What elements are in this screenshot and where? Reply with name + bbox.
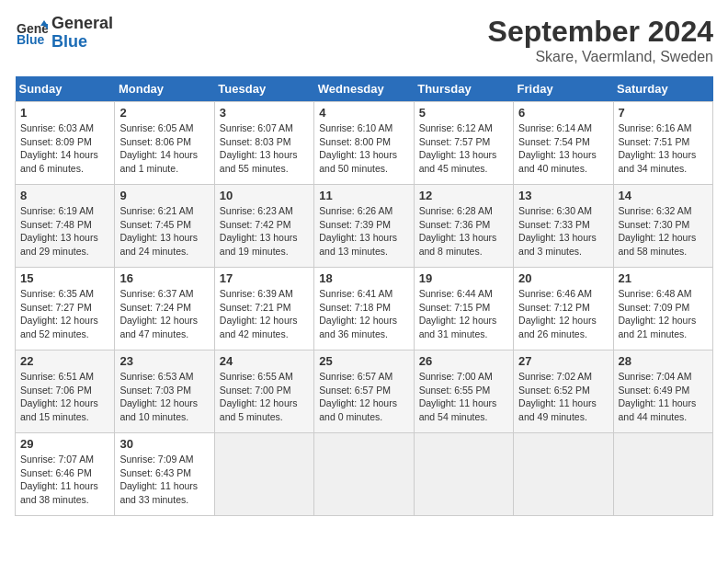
calendar-day-cell (514, 433, 613, 516)
day-info: Sunrise: 6:53 AMSunset: 7:03 PMDaylight:… (119, 370, 209, 424)
day-info: Sunrise: 6:03 AMSunset: 8:09 PMDaylight:… (20, 121, 109, 176)
day-info: Sunrise: 7:09 AMSunset: 6:43 PMDaylight:… (119, 453, 209, 507)
day-info: Sunrise: 6:14 AMSunset: 7:54 PMDaylight:… (518, 121, 608, 176)
calendar-body: 1Sunrise: 6:03 AMSunset: 8:09 PMDaylight… (16, 102, 713, 516)
day-of-week-header: Sunday (16, 76, 115, 102)
day-info: Sunrise: 7:07 AMSunset: 6:46 PMDaylight:… (20, 453, 109, 507)
calendar-day-cell: 11Sunrise: 6:26 AMSunset: 7:39 PMDayligh… (314, 185, 414, 268)
calendar-day-cell: 23Sunrise: 6:53 AMSunset: 7:03 PMDayligh… (115, 350, 214, 433)
calendar-day-cell: 27Sunrise: 7:02 AMSunset: 6:52 PMDayligh… (514, 350, 613, 433)
calendar-day-cell: 28Sunrise: 7:04 AMSunset: 6:49 PMDayligh… (613, 350, 712, 433)
day-of-week-header: Wednesday (314, 76, 414, 102)
calendar-day-cell: 2Sunrise: 6:05 AMSunset: 8:06 PMDaylight… (115, 102, 214, 185)
calendar-day-cell (613, 433, 712, 516)
day-info: Sunrise: 6:26 AMSunset: 7:39 PMDaylight:… (319, 204, 408, 259)
header: General Blue General Blue September 2024… (15, 15, 713, 65)
logo-icon: General Blue (15, 17, 48, 50)
day-number: 13 (518, 189, 608, 202)
calendar-day-cell: 24Sunrise: 6:55 AMSunset: 7:00 PMDayligh… (214, 350, 313, 433)
day-info: Sunrise: 6:23 AMSunset: 7:42 PMDaylight:… (220, 204, 309, 259)
calendar-day-cell: 15Sunrise: 6:35 AMSunset: 7:27 PMDayligh… (16, 268, 115, 350)
day-info: Sunrise: 6:48 AMSunset: 7:09 PMDaylight:… (619, 287, 708, 341)
day-number: 10 (220, 189, 309, 202)
day-info: Sunrise: 6:41 AMSunset: 7:18 PMDaylight:… (319, 287, 408, 341)
day-info: Sunrise: 6:16 AMSunset: 7:51 PMDaylight:… (619, 121, 708, 176)
calendar-day-cell: 10Sunrise: 6:23 AMSunset: 7:42 PMDayligh… (214, 185, 313, 268)
calendar-day-cell: 3Sunrise: 6:07 AMSunset: 8:03 PMDaylight… (214, 102, 313, 185)
day-info: Sunrise: 7:04 AMSunset: 6:49 PMDaylight:… (619, 370, 708, 424)
day-info: Sunrise: 6:30 AMSunset: 7:33 PMDaylight:… (518, 204, 608, 259)
calendar-week-row: 15Sunrise: 6:35 AMSunset: 7:27 PMDayligh… (16, 268, 713, 350)
day-number: 6 (518, 106, 608, 120)
calendar-day-cell: 30Sunrise: 7:09 AMSunset: 6:43 PMDayligh… (115, 433, 214, 516)
svg-text:Blue: Blue (17, 32, 45, 47)
calendar-day-cell: 20Sunrise: 6:46 AMSunset: 7:12 PMDayligh… (514, 268, 613, 350)
day-info: Sunrise: 6:12 AMSunset: 7:57 PMDaylight:… (419, 121, 508, 176)
calendar-day-cell (314, 433, 414, 516)
day-info: Sunrise: 6:39 AMSunset: 7:21 PMDaylight:… (220, 287, 309, 341)
calendar-day-cell: 16Sunrise: 6:37 AMSunset: 7:24 PMDayligh… (115, 268, 214, 350)
day-info: Sunrise: 6:05 AMSunset: 8:06 PMDaylight:… (119, 121, 209, 176)
day-number: 8 (20, 189, 109, 202)
calendar-day-cell: 13Sunrise: 6:30 AMSunset: 7:33 PMDayligh… (514, 185, 613, 268)
day-number: 5 (419, 106, 508, 120)
calendar-week-row: 8Sunrise: 6:19 AMSunset: 7:48 PMDaylight… (16, 185, 713, 268)
location-title: Skare, Vaermland, Sweden (488, 49, 713, 65)
calendar-header-row: SundayMondayTuesdayWednesdayThursdayFrid… (16, 76, 713, 102)
day-number: 4 (319, 106, 408, 120)
day-of-week-header: Tuesday (214, 76, 313, 102)
day-number: 17 (220, 271, 309, 285)
day-info: Sunrise: 6:19 AMSunset: 7:48 PMDaylight:… (20, 204, 109, 259)
calendar-day-cell: 17Sunrise: 6:39 AMSunset: 7:21 PMDayligh… (214, 268, 313, 350)
day-number: 15 (20, 271, 109, 285)
day-of-week-header: Friday (514, 76, 613, 102)
day-number: 12 (419, 189, 508, 202)
day-info: Sunrise: 6:07 AMSunset: 8:03 PMDaylight:… (220, 121, 309, 176)
day-number: 1 (20, 106, 109, 120)
day-info: Sunrise: 6:28 AMSunset: 7:36 PMDaylight:… (419, 204, 508, 259)
month-title: September 2024 (488, 15, 713, 49)
day-of-week-header: Monday (115, 76, 214, 102)
calendar-day-cell: 6Sunrise: 6:14 AMSunset: 7:54 PMDaylight… (514, 102, 613, 185)
day-info: Sunrise: 6:37 AMSunset: 7:24 PMDaylight:… (119, 287, 209, 341)
calendar-day-cell: 12Sunrise: 6:28 AMSunset: 7:36 PMDayligh… (414, 185, 513, 268)
calendar-day-cell: 5Sunrise: 6:12 AMSunset: 7:57 PMDaylight… (414, 102, 513, 185)
calendar-day-cell: 14Sunrise: 6:32 AMSunset: 7:30 PMDayligh… (613, 185, 712, 268)
calendar-day-cell: 26Sunrise: 7:00 AMSunset: 6:55 PMDayligh… (414, 350, 513, 433)
calendar-day-cell: 22Sunrise: 6:51 AMSunset: 7:06 PMDayligh… (16, 350, 115, 433)
day-info: Sunrise: 7:00 AMSunset: 6:55 PMDaylight:… (419, 370, 508, 424)
day-number: 21 (619, 271, 708, 285)
day-number: 25 (319, 354, 408, 368)
day-number: 26 (419, 354, 508, 368)
day-number: 19 (419, 271, 508, 285)
calendar-week-row: 29Sunrise: 7:07 AMSunset: 6:46 PMDayligh… (16, 433, 713, 516)
calendar-week-row: 1Sunrise: 6:03 AMSunset: 8:09 PMDaylight… (16, 102, 713, 185)
day-number: 24 (220, 354, 309, 368)
day-info: Sunrise: 6:46 AMSunset: 7:12 PMDaylight:… (518, 287, 608, 341)
day-info: Sunrise: 6:10 AMSunset: 8:00 PMDaylight:… (319, 121, 408, 176)
calendar-week-row: 22Sunrise: 6:51 AMSunset: 7:06 PMDayligh… (16, 350, 713, 433)
calendar-day-cell: 18Sunrise: 6:41 AMSunset: 7:18 PMDayligh… (314, 268, 414, 350)
day-number: 30 (119, 437, 209, 451)
calendar-day-cell: 19Sunrise: 6:44 AMSunset: 7:15 PMDayligh… (414, 268, 513, 350)
day-number: 18 (319, 271, 408, 285)
calendar-day-cell: 9Sunrise: 6:21 AMSunset: 7:45 PMDaylight… (115, 185, 214, 268)
day-number: 23 (119, 354, 209, 368)
calendar-table: SundayMondayTuesdayWednesdayThursdayFrid… (15, 76, 713, 516)
day-number: 16 (119, 271, 209, 285)
logo-text: General Blue (51, 15, 113, 52)
day-number: 20 (518, 271, 608, 285)
day-number: 2 (119, 106, 209, 120)
day-of-week-header: Thursday (414, 76, 513, 102)
calendar-day-cell: 21Sunrise: 6:48 AMSunset: 7:09 PMDayligh… (613, 268, 712, 350)
day-number: 22 (20, 354, 109, 368)
day-number: 7 (619, 106, 708, 120)
day-number: 29 (20, 437, 109, 451)
day-info: Sunrise: 6:44 AMSunset: 7:15 PMDaylight:… (419, 287, 508, 341)
day-number: 27 (518, 354, 608, 368)
calendar-day-cell: 25Sunrise: 6:57 AMSunset: 6:57 PMDayligh… (314, 350, 414, 433)
day-number: 11 (319, 189, 408, 202)
day-number: 9 (119, 189, 209, 202)
calendar-day-cell: 1Sunrise: 6:03 AMSunset: 8:09 PMDaylight… (16, 102, 115, 185)
day-info: Sunrise: 6:32 AMSunset: 7:30 PMDaylight:… (619, 204, 708, 259)
